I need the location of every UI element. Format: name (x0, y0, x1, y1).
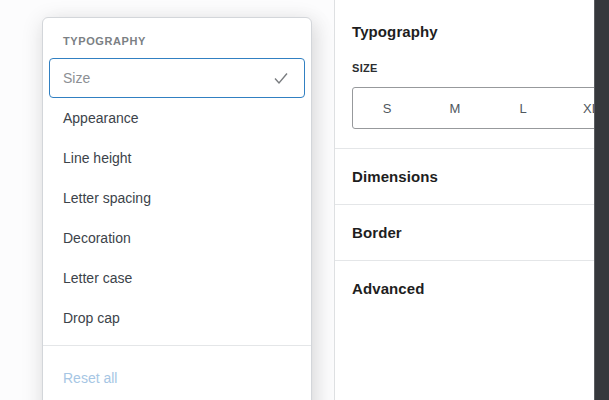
check-icon (271, 68, 291, 88)
popover-divider (43, 345, 311, 346)
typography-panel-title[interactable]: Typography (352, 23, 438, 40)
menu-item-label: Drop cap (63, 310, 120, 326)
menu-item-size[interactable]: Size (49, 58, 305, 98)
size-option-l[interactable]: L (489, 88, 557, 128)
size-option-m[interactable]: M (421, 88, 489, 128)
settings-sidebar: Typography SIZE S M L XL Dimensions Bord… (334, 0, 609, 400)
dark-edge-bar (594, 0, 609, 400)
menu-item-label: Appearance (63, 110, 139, 126)
menu-item-letter-case[interactable]: Letter case (49, 258, 305, 298)
editor-stage: Typography SIZE S M L XL Dimensions Bord… (0, 0, 609, 400)
popover-header: TYPOGRAPHY (43, 18, 311, 47)
menu-item-line-height[interactable]: Line height (49, 138, 305, 178)
panel-border[interactable]: Border (335, 205, 609, 260)
typography-options-popover: TYPOGRAPHY Size Appearance Line height L… (42, 17, 312, 400)
menu-item-decoration[interactable]: Decoration (49, 218, 305, 258)
panel-advanced[interactable]: Advanced (335, 261, 609, 316)
menu-item-label: Letter case (63, 270, 132, 286)
panel-dimensions[interactable]: Dimensions (335, 149, 609, 204)
font-size-segmented-control: S M L XL (352, 87, 609, 129)
menu-item-label: Line height (63, 150, 132, 166)
popover-menu: Size Appearance Line height Letter spaci… (43, 58, 311, 338)
menu-item-appearance[interactable]: Appearance (49, 98, 305, 138)
menu-item-drop-cap[interactable]: Drop cap (49, 298, 305, 338)
size-label: SIZE (352, 62, 378, 74)
menu-item-label: Letter spacing (63, 190, 151, 206)
menu-item-label: Decoration (63, 230, 131, 246)
menu-item-letter-spacing[interactable]: Letter spacing (49, 178, 305, 218)
size-option-s[interactable]: S (353, 88, 421, 128)
reset-all-button[interactable]: Reset all (43, 358, 311, 398)
menu-item-label: Size (63, 70, 90, 86)
